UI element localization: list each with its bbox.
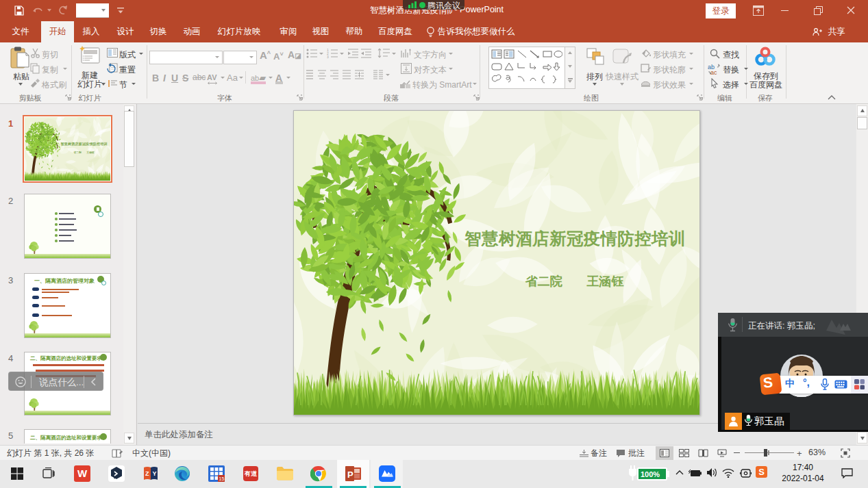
svg-text:3: 3 [327, 55, 329, 58]
svg-text:15: 15 [219, 476, 225, 481]
svg-text:Z: Z [145, 470, 149, 477]
svg-text:Y: Y [153, 470, 157, 477]
svg-text:智慧树酒店新冠疫情防控培训: 智慧树酒店新冠疫情防控培训 [464, 229, 685, 248]
svg-text:P: P [347, 470, 354, 480]
svg-text:智慧树酒店新冠疫情防控培训: 智慧树酒店新冠疫情防控培训 [60, 142, 108, 146]
svg-text:ac: ac [710, 69, 717, 75]
svg-text:100%: 100% [641, 470, 660, 478]
svg-text:省二院 王涵钰: 省二院 王涵钰 [525, 274, 624, 288]
svg-text:AV: AV [207, 73, 217, 81]
